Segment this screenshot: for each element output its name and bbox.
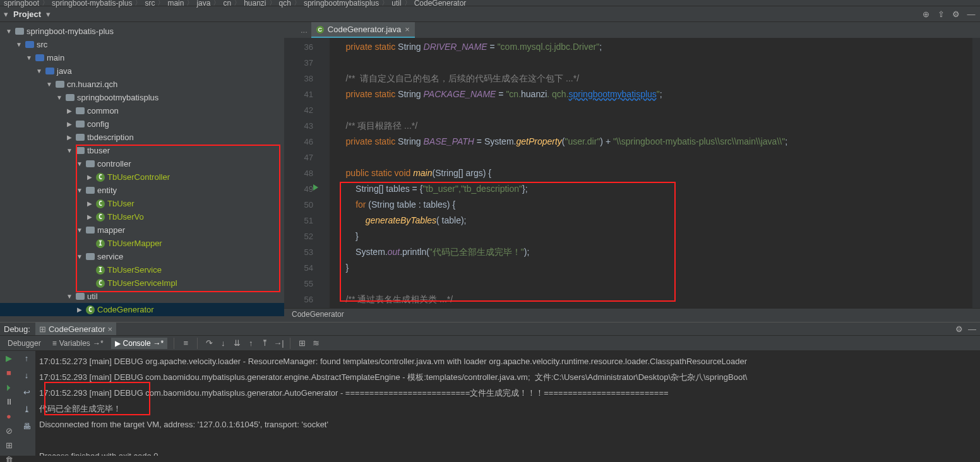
tree-node-tbusercontroller[interactable]: TbUserController xyxy=(0,170,284,184)
chevron-down-icon[interactable] xyxy=(66,293,73,300)
chevron-down-icon[interactable] xyxy=(76,253,83,260)
down-icon[interactable]: ↓ xyxy=(25,370,29,380)
tree-node-controller[interactable]: controller xyxy=(0,157,284,170)
rerun-icon[interactable]: ▶ xyxy=(4,353,14,363)
drop-frame-icon[interactable]: ⤒ xyxy=(260,338,270,348)
chevron-down-icon[interactable] xyxy=(35,68,43,74)
folder-icon xyxy=(45,68,54,74)
mute-bp-icon[interactable]: ⊘ xyxy=(4,426,14,435)
tree-node-tbuserservice[interactable]: TbUserService xyxy=(0,263,284,276)
debug-tab-codegenerator[interactable]: ⊞ CodeGenerator × xyxy=(35,323,116,335)
breadcrumb-item[interactable]: springboot-mybatis-plus xyxy=(52,0,132,8)
tree-label: util xyxy=(87,292,98,301)
evaluate-icon[interactable]: ⊞ xyxy=(297,338,307,348)
run-gutter-icon[interactable] xyxy=(313,184,318,191)
pause-icon[interactable]: ⏸ xyxy=(4,397,14,406)
editor-crumb[interactable]: CodeGenerator xyxy=(284,308,980,322)
close-icon[interactable]: × xyxy=(405,25,410,34)
tree-node-mapper[interactable]: mapper xyxy=(0,223,284,237)
tree-node-main[interactable]: main xyxy=(0,51,284,64)
chevron-down-icon[interactable] xyxy=(76,227,83,234)
chevron-down-icon[interactable] xyxy=(45,81,53,88)
target-icon[interactable]: ⊕ xyxy=(921,9,931,19)
chevron-down-icon[interactable] xyxy=(56,94,63,101)
breadcrumb-item[interactable]: CodeGenerator xyxy=(414,0,467,8)
tree-node-springboot-mybatis-plus[interactable]: springboot-mybatis-plus xyxy=(0,25,284,38)
step-into-icon[interactable]: ↓ xyxy=(218,338,228,348)
force-step-icon[interactable]: ⇊ xyxy=(232,338,242,348)
tree-node-codegenerator[interactable]: CodeGenerator xyxy=(0,303,284,316)
step-out-icon[interactable]: ↑ xyxy=(246,338,256,348)
breadcrumb-item[interactable]: cn xyxy=(223,0,231,8)
resume-icon[interactable]: ⏵ xyxy=(4,382,14,392)
breadcrumb-item[interactable]: huanzi xyxy=(244,0,266,8)
trash-icon[interactable]: 🗑 xyxy=(4,455,14,462)
variables-tab[interactable]: ≡ Variables →* xyxy=(49,338,107,349)
project-sidebar[interactable]: springboot-mybatis-plussrcmainjavacn.hua… xyxy=(0,22,284,322)
breadcrumb-item[interactable]: util xyxy=(391,0,401,8)
chevron-right-icon[interactable] xyxy=(86,174,93,181)
breadcrumb-item[interactable]: main xyxy=(167,0,184,8)
trace-icon[interactable]: ≋ xyxy=(311,338,321,348)
gutter[interactable]: 363738414243464748495051525354555659 xyxy=(284,38,330,308)
hide-icon[interactable]: — xyxy=(966,9,976,19)
close-icon[interactable]: × xyxy=(108,324,113,334)
view-breakpoints-icon[interactable]: ● xyxy=(4,412,14,421)
console-tab[interactable]: ▶ Console →* xyxy=(111,338,168,349)
tree-node-java[interactable]: java xyxy=(0,64,284,78)
tree-node-src[interactable]: src xyxy=(0,38,284,51)
tab-codegenerator[interactable]: CodeGenerator.java × xyxy=(311,22,415,38)
print-icon[interactable]: 🖶 xyxy=(23,422,31,431)
scroll-end-icon[interactable]: ⤓ xyxy=(23,405,30,414)
breadcrumb-item[interactable]: src xyxy=(145,0,155,8)
tree-node-tbuser[interactable]: tbuser xyxy=(0,144,284,157)
package-icon xyxy=(76,134,85,141)
hide-icon[interactable]: — xyxy=(968,324,976,334)
tree-node-tbuser[interactable]: TbUser xyxy=(0,197,284,210)
tree-node-tbdescription[interactable]: tbdescription xyxy=(0,131,284,144)
chevron-right-icon[interactable] xyxy=(66,107,73,114)
tree-node-config[interactable]: config xyxy=(0,117,284,131)
tree-node-util[interactable]: util xyxy=(0,290,284,303)
console-output[interactable]: 17:01:52.273 [main] DEBUG org.apache.vel… xyxy=(35,351,980,456)
chevron-down-icon[interactable] xyxy=(76,160,83,167)
tree-node-common[interactable]: common xyxy=(0,104,284,117)
chevron-down-icon[interactable]: ▾ xyxy=(46,9,51,19)
soft-wrap-icon[interactable]: ↩ xyxy=(23,388,30,397)
tree-node-springbootmybatisplus[interactable]: springbootmybatisplus xyxy=(0,91,284,104)
chevron-right-icon[interactable] xyxy=(66,121,73,127)
error-stripe[interactable] xyxy=(972,38,980,308)
chevron-right-icon[interactable] xyxy=(76,306,83,313)
breadcrumb-item[interactable]: springbootmybatisplus xyxy=(304,0,379,8)
collapse-icon[interactable]: ⇧ xyxy=(936,9,946,19)
step-over-icon[interactable]: ↷ xyxy=(204,338,214,348)
tree-node-service[interactable]: service xyxy=(0,250,284,263)
tree-node-tbusermapper[interactable]: TbUserMapper xyxy=(0,237,284,250)
chevron-right-icon[interactable] xyxy=(86,200,93,207)
chevron-down-icon[interactable] xyxy=(5,28,13,35)
gear-icon[interactable]: ⚙ xyxy=(951,9,961,19)
chevron-down-icon[interactable] xyxy=(76,187,83,194)
breadcrumb-item[interactable]: qch xyxy=(279,0,291,8)
stop-icon[interactable]: ■ xyxy=(4,368,14,377)
chevron-down-icon[interactable] xyxy=(66,147,73,154)
tab-overflow[interactable]: ... xyxy=(297,25,311,35)
tree-node-tbuserserviceimpl[interactable]: TbUserServiceImpl xyxy=(0,276,284,290)
code-editor[interactable]: private static String DRIVER_NAME = "com… xyxy=(330,38,972,308)
debugger-tab[interactable]: Debugger xyxy=(4,338,45,349)
chevron-down-icon[interactable] xyxy=(25,54,33,61)
chevron-right-icon[interactable] xyxy=(66,134,73,141)
up-icon[interactable]: ↑ xyxy=(25,353,29,363)
tree-node-tbuservo[interactable]: TbUserVo xyxy=(0,210,284,223)
chevron-down-icon[interactable] xyxy=(15,41,23,48)
chevron-right-icon[interactable] xyxy=(86,213,93,220)
tree-node-entity[interactable]: entity xyxy=(0,184,284,197)
breadcrumb-item[interactable]: springboot xyxy=(4,0,39,8)
layout-icon[interactable]: ⊞ xyxy=(4,441,14,450)
tree-node-cn.huanzi.qch[interactable]: cn.huanzi.qch xyxy=(0,78,284,91)
chevron-down-icon[interactable]: ▾ xyxy=(4,9,8,19)
gear-icon[interactable]: ⚙ xyxy=(955,324,963,334)
breadcrumb-item[interactable]: java xyxy=(196,0,210,8)
wrap-icon[interactable]: ≡ xyxy=(181,338,191,348)
run-to-cursor-icon[interactable]: →| xyxy=(273,338,284,348)
